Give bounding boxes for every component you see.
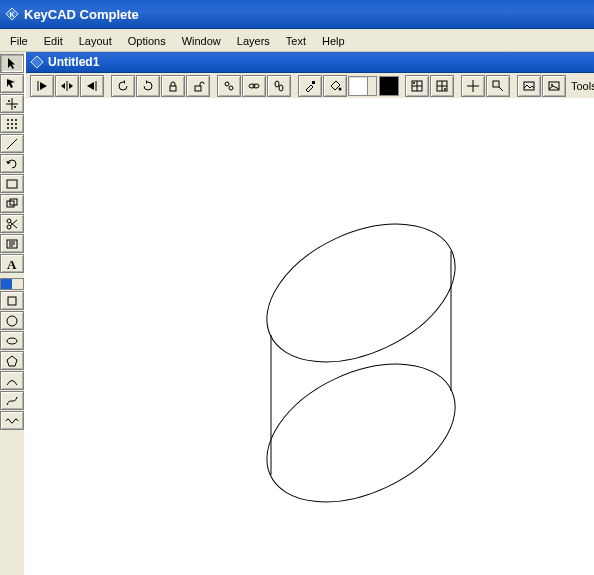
menu-layers[interactable]: Layers [229, 34, 278, 48]
arc-shape-tool[interactable] [0, 371, 24, 390]
lock-b-button[interactable] [186, 75, 210, 97]
chain-a-button[interactable] [242, 75, 266, 97]
line-icon [5, 137, 19, 151]
svg-point-49 [413, 82, 415, 84]
document-area: Untitled1 [26, 52, 594, 575]
svg-rect-28 [8, 297, 16, 305]
rectangle-tool[interactable] [0, 174, 24, 193]
spline-shape-tool[interactable] [0, 391, 24, 410]
snap-point-tool[interactable] [0, 114, 24, 133]
workspace: A [0, 52, 594, 575]
text-box-tool[interactable] [0, 234, 24, 253]
select-arrow-tool[interactable] [0, 54, 24, 73]
corner-icon [491, 79, 505, 93]
crosshair-button[interactable] [461, 75, 485, 97]
svg-point-45 [339, 88, 342, 91]
nav-resize-button[interactable] [55, 75, 79, 97]
svg-text:K: K [9, 11, 14, 18]
arc-icon [5, 374, 19, 388]
line-tool[interactable] [0, 134, 24, 153]
arrow-cursor-icon [5, 57, 19, 71]
menu-help[interactable]: Help [314, 34, 353, 48]
tools-label: Tools: [571, 80, 594, 92]
rect-shape-tool[interactable] [0, 291, 24, 310]
arrow-left-bar-icon [35, 79, 49, 93]
plus-crosshair-icon [466, 79, 480, 93]
rotate-cw-button[interactable] [136, 75, 160, 97]
svg-point-11 [15, 123, 17, 125]
foreground-swatch-white[interactable] [348, 76, 368, 96]
menu-options[interactable]: Options [120, 34, 174, 48]
eyedrop-button[interactable] [298, 75, 322, 97]
keycad-icon: K [4, 6, 20, 22]
rotate-ccw-icon [116, 79, 130, 93]
chain-b-button[interactable] [267, 75, 291, 97]
wave-shape-tool[interactable] [0, 411, 24, 430]
svg-point-5 [14, 106, 16, 108]
pointer-move-tool[interactable] [0, 74, 24, 93]
svg-point-29 [7, 316, 17, 326]
rotate-cw-icon [141, 79, 155, 93]
svg-point-41 [253, 84, 259, 88]
svg-point-14 [15, 127, 17, 129]
paint-bucket-button[interactable] [323, 75, 347, 97]
picture-b-button[interactable] [542, 75, 566, 97]
menu-text[interactable]: Text [278, 34, 314, 48]
polygon-shape-tool[interactable] [0, 351, 24, 370]
app-title: KeyCAD Complete [24, 7, 139, 22]
align-grid-a-button[interactable] [405, 75, 429, 97]
background-swatch-black[interactable] [379, 76, 399, 96]
menu-layout[interactable]: Layout [71, 34, 120, 48]
svg-point-30 [7, 338, 17, 344]
svg-point-4 [8, 100, 10, 102]
arrow-right-bar-icon [85, 79, 99, 93]
lock-open-icon [191, 79, 205, 93]
rotate-ccw-button[interactable] [111, 75, 135, 97]
arrows-inout-icon [60, 79, 74, 93]
svg-point-7 [11, 119, 13, 121]
svg-rect-44 [312, 81, 315, 84]
redo-tool[interactable] [0, 154, 24, 173]
svg-point-6 [7, 119, 9, 121]
circle-icon [5, 314, 19, 328]
align-grid-b-button[interactable] [430, 75, 454, 97]
menu-file[interactable]: File [2, 34, 36, 48]
keycad-doc-icon [30, 55, 44, 69]
menu-edit[interactable]: Edit [36, 34, 71, 48]
picture-icon [522, 79, 536, 93]
drawing-canvas[interactable] [26, 98, 594, 575]
scissors-icon [5, 217, 19, 231]
ungroup-button[interactable] [217, 75, 241, 97]
snap-grid-tool[interactable] [0, 94, 24, 113]
lock-a-button[interactable] [161, 75, 185, 97]
document-titlebar: Untitled1 [26, 52, 594, 73]
svg-point-62 [245, 336, 477, 529]
redo-arrow-icon [5, 157, 19, 171]
document-title: Untitled1 [48, 55, 99, 69]
dot-grid-icon [5, 117, 19, 131]
line-weight-swatch[interactable] [368, 76, 377, 96]
svg-point-43 [279, 85, 283, 91]
grid-a-icon [410, 79, 424, 93]
svg-point-10 [11, 123, 13, 125]
broken-chain-icon [222, 79, 236, 93]
picture-a-button[interactable] [517, 75, 541, 97]
polygon-icon [5, 354, 19, 368]
ellipse-icon [5, 334, 19, 348]
crosshair-dots-icon [5, 97, 19, 111]
scissors-tool[interactable] [0, 214, 24, 233]
svg-marker-32 [31, 56, 43, 68]
svg-point-38 [225, 82, 229, 86]
nav-prev-button[interactable] [30, 75, 54, 97]
spline-icon [5, 394, 19, 408]
shape-panel-indicator[interactable] [0, 278, 24, 290]
copy-rect-tool[interactable] [0, 194, 24, 213]
menu-window[interactable]: Window [174, 34, 229, 48]
circle-shape-tool[interactable] [0, 311, 24, 330]
chain2-icon [272, 79, 286, 93]
corner-button[interactable] [486, 75, 510, 97]
text-A-tool[interactable]: A [0, 254, 24, 273]
ellipse-shape-tool[interactable] [0, 331, 24, 350]
letter-A-icon: A [5, 257, 19, 271]
nav-next-button[interactable] [80, 75, 104, 97]
